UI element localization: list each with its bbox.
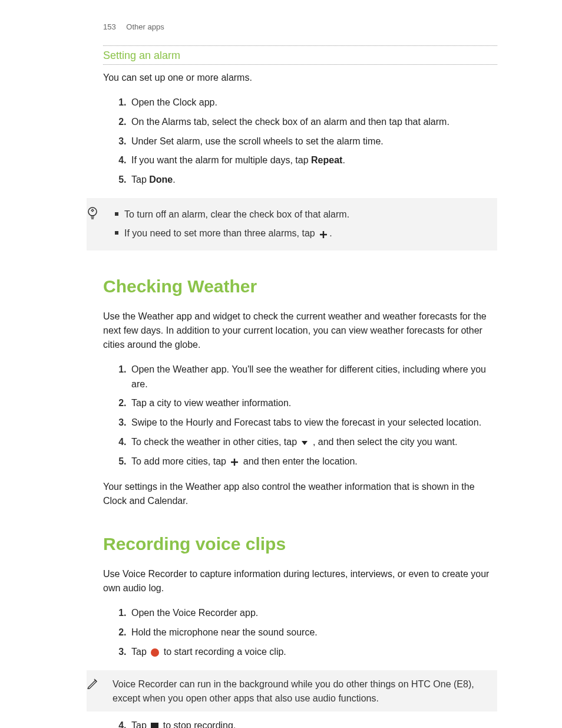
period: . [342, 155, 345, 165]
section-heading: Checking Weather [103, 276, 497, 297]
pencil-icon [87, 676, 113, 706]
step: Open the Clock app. [129, 93, 497, 113]
stop-icon [150, 719, 159, 728]
step: To add more cities, tap and then enter t… [129, 452, 497, 472]
record-icon [150, 645, 160, 660]
divider [103, 64, 497, 65]
plus-icon [230, 454, 239, 469]
step: Open the Weather app. You'll see the wea… [129, 360, 497, 394]
period: . [173, 174, 175, 185]
plus-icon [319, 227, 328, 241]
weather-steps: Open the Weather app. You'll see the wea… [103, 360, 497, 472]
dropdown-triangle-icon [300, 435, 309, 450]
ui-label: Repeat [311, 155, 342, 165]
alarm-steps: Open the Clock app. On the Alarms tab, s… [103, 93, 497, 190]
step-text: To add more cities, tap [131, 456, 229, 466]
step: Tap a city to view weather information. [129, 394, 497, 413]
tip-item: To turn off an alarm, clear the check bo… [113, 205, 489, 224]
tip-list: To turn off an alarm, clear the check bo… [113, 205, 489, 243]
outro-text: Your settings in the Weather app also co… [103, 480, 497, 508]
ui-label: Done [149, 174, 173, 185]
step-text: Tap [131, 174, 149, 185]
note-text: Voice Recorder can run in the background… [113, 676, 489, 706]
intro-text: Use Voice Recorder to capture informatio… [103, 567, 497, 595]
manual-page: 153 Other apps Setting an alarm You can … [0, 0, 562, 728]
step: Swipe to the Hourly and Forecast tabs to… [129, 413, 497, 433]
step: Open the Voice Recorder app. [129, 604, 497, 623]
tip-box: To turn off an alarm, clear the check bo… [87, 198, 497, 251]
period: . [329, 228, 332, 238]
step: On the Alarms tab, select the check box … [129, 113, 497, 132]
svg-point-1 [151, 648, 159, 657]
step-text: To check the weather in other cities, ta… [131, 437, 299, 447]
page-number: 153 [103, 22, 116, 31]
tip-item: If you need to set more than three alarm… [113, 224, 489, 243]
step: Hold the microphone near the sound sourc… [129, 623, 497, 643]
voice-steps-b: Tap to stop recording. [103, 716, 497, 728]
tip-text: If you need to set more than three alarm… [124, 228, 318, 238]
step-text: Tap [131, 647, 149, 657]
step: Under Set alarm, use the scroll wheels t… [129, 132, 497, 151]
step: To check the weather in other cities, ta… [129, 433, 497, 452]
svg-rect-2 [151, 723, 158, 728]
step: Tap to stop recording. [129, 716, 497, 728]
page-header: 153 Other apps [103, 22, 497, 31]
divider [103, 45, 497, 46]
section-title: Other apps [126, 22, 164, 31]
step-text: Tap [131, 720, 149, 728]
step: If you want the alarm for multiple days,… [129, 151, 497, 170]
intro-text: You can set up one or more alarms. [103, 71, 497, 85]
section-heading: Recording voice clips [103, 534, 497, 554]
subsection-heading: Setting an alarm [103, 50, 497, 62]
step-text: If you want the alarm for multiple days,… [131, 155, 311, 165]
step-tail: , and then select the city you want. [310, 437, 457, 447]
note-box: Voice Recorder can run in the background… [87, 670, 497, 711]
intro-text: Use the Weather app and widget to check … [103, 309, 497, 352]
step: Tap Done. [129, 170, 497, 190]
step-tail: and then enter the location. [240, 456, 357, 466]
voice-steps-a: Open the Voice Recorder app. Hold the mi… [103, 604, 497, 662]
lightbulb-icon [87, 205, 113, 243]
step: Tap to start recording a voice clip. [129, 643, 497, 662]
step-tail: to stop recording. [160, 720, 236, 728]
step-tail: to start recording a voice clip. [161, 647, 286, 657]
